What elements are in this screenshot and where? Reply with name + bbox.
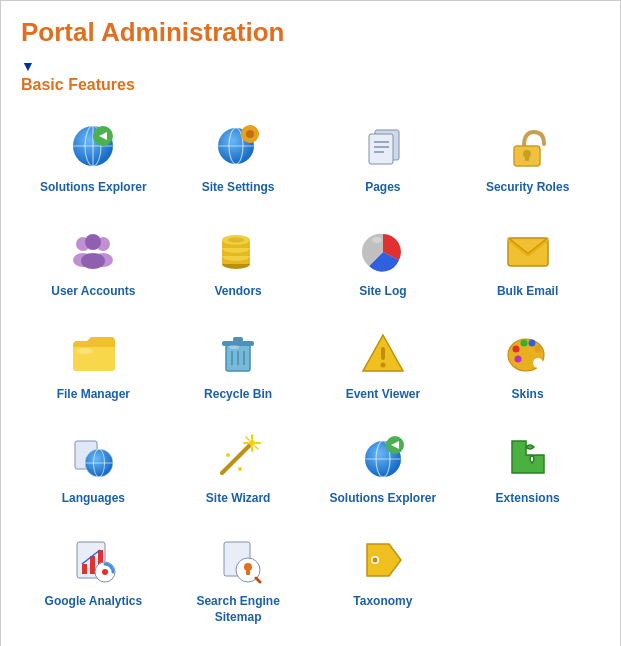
svg-point-66 xyxy=(534,346,541,353)
svg-point-55 xyxy=(229,345,239,349)
svg-rect-91 xyxy=(90,556,95,574)
search-engine-sitemap-label: Search Engine Sitemap xyxy=(188,594,288,625)
wand-icon xyxy=(210,429,266,485)
globe-gear-icon xyxy=(210,118,266,174)
folder-icon xyxy=(65,325,121,381)
svg-rect-12 xyxy=(249,125,252,129)
svg-point-67 xyxy=(514,356,521,363)
analytics-icon xyxy=(65,532,121,588)
pages-item[interactable]: Pages xyxy=(311,108,456,202)
svg-point-82 xyxy=(238,467,242,471)
chart-pie-icon xyxy=(355,222,411,278)
svg-line-100 xyxy=(256,578,260,582)
globe-arrow-icon xyxy=(65,118,121,174)
svg-point-74 xyxy=(249,440,255,446)
svg-point-42 xyxy=(228,237,244,242)
sitemap-icon xyxy=(210,532,266,588)
svg-rect-58 xyxy=(381,347,385,360)
svg-point-11 xyxy=(246,130,254,138)
svg-point-81 xyxy=(226,453,230,457)
taxonomy-item[interactable]: Taxonomy xyxy=(311,522,456,631)
security-roles-item[interactable]: Security Roles xyxy=(455,108,600,202)
svg-rect-90 xyxy=(82,564,87,574)
event-viewer-label: Event Viewer xyxy=(346,387,420,403)
extensions-item[interactable]: Extensions xyxy=(455,419,600,513)
trash-icon xyxy=(210,325,266,381)
users-icon xyxy=(65,222,121,278)
svg-line-79 xyxy=(246,437,249,440)
svg-point-47 xyxy=(77,348,93,354)
svg-point-63 xyxy=(512,346,519,353)
solutions-explorer-2-item[interactable]: Solutions Explorer xyxy=(311,419,456,513)
svg-point-95 xyxy=(102,569,108,575)
search-engine-sitemap-item[interactable]: Search Engine Sitemap xyxy=(166,522,311,631)
user-accounts-label: User Accounts xyxy=(51,284,135,300)
solutions-explorer-1-item[interactable]: Solutions Explorer xyxy=(21,108,166,202)
recycle-bin-item[interactable]: Recycle Bin xyxy=(166,315,311,409)
user-accounts-item[interactable]: User Accounts xyxy=(21,212,166,306)
google-analytics-label: Google Analytics xyxy=(45,594,143,610)
svg-point-62 xyxy=(533,358,543,368)
site-wizard-item[interactable]: Site Wizard xyxy=(166,419,311,513)
site-settings-item[interactable]: Site Settings xyxy=(166,108,311,202)
svg-point-33 xyxy=(85,234,101,250)
globe-doc-icon xyxy=(65,429,121,485)
coins-icon xyxy=(210,222,266,278)
svg-point-44 xyxy=(372,237,382,243)
warning-icon xyxy=(355,325,411,381)
extensions-label: Extensions xyxy=(496,491,560,507)
recycle-bin-label: Recycle Bin xyxy=(204,387,272,403)
file-manager-item[interactable]: File Manager xyxy=(21,315,166,409)
solutions-explorer-2-label: Solutions Explorer xyxy=(330,491,437,507)
globe-arrow2-icon xyxy=(355,429,411,485)
page-title: Portal Administration xyxy=(21,17,600,48)
tag-icon xyxy=(355,532,411,588)
site-log-item[interactable]: Site Log xyxy=(311,212,456,306)
svg-rect-15 xyxy=(255,133,259,136)
svg-rect-21 xyxy=(369,134,393,164)
bulk-email-label: Bulk Email xyxy=(497,284,558,300)
event-viewer-item[interactable]: Event Viewer xyxy=(311,315,456,409)
svg-point-59 xyxy=(380,363,385,368)
pages-icon xyxy=(355,118,411,174)
skins-label: Skins xyxy=(512,387,544,403)
admin-grid: Solutions Explorer xyxy=(21,108,600,632)
languages-label: Languages xyxy=(62,491,125,507)
languages-item[interactable]: Languages xyxy=(21,419,166,513)
envelope-icon xyxy=(500,222,556,278)
lock-icon xyxy=(500,118,556,174)
bulk-email-item[interactable]: Bulk Email xyxy=(455,212,600,306)
page-container: Portal Administration ▼ Basic Features xyxy=(1,1,620,646)
taxonomy-label: Taxonomy xyxy=(353,594,412,610)
vendors-item[interactable]: Vendors xyxy=(166,212,311,306)
file-manager-label: File Manager xyxy=(57,387,130,403)
palette-icon xyxy=(500,325,556,381)
site-wizard-label: Site Wizard xyxy=(206,491,271,507)
pages-label: Pages xyxy=(365,180,400,196)
collapse-arrow[interactable]: ▼ xyxy=(21,58,600,74)
google-analytics-item[interactable]: Google Analytics xyxy=(21,522,166,631)
security-roles-label: Security Roles xyxy=(486,180,569,196)
svg-rect-51 xyxy=(233,337,243,342)
svg-point-34 xyxy=(81,253,105,269)
site-log-label: Site Log xyxy=(359,284,406,300)
svg-rect-28 xyxy=(525,156,529,161)
svg-point-102 xyxy=(372,558,377,563)
puzzle-icon xyxy=(500,429,556,485)
section-title: Basic Features xyxy=(21,76,600,94)
solutions-explorer-1-label: Solutions Explorer xyxy=(40,180,147,196)
svg-line-80 xyxy=(255,446,258,449)
svg-point-64 xyxy=(520,340,527,347)
svg-line-73 xyxy=(222,445,250,473)
svg-rect-14 xyxy=(241,133,245,136)
skins-item[interactable]: Skins xyxy=(455,315,600,409)
svg-point-65 xyxy=(528,340,535,347)
svg-rect-99 xyxy=(246,569,250,575)
site-settings-label: Site Settings xyxy=(202,180,275,196)
svg-rect-13 xyxy=(249,139,252,143)
vendors-label: Vendors xyxy=(214,284,261,300)
